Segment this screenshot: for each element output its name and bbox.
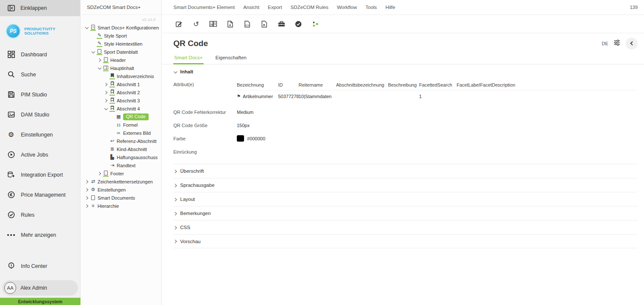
color-swatch[interactable] [237,135,244,142]
tree-item-smart-documents[interactable]: Smart Documents [80,194,161,202]
tree-item-zeichenkettenersetzungen[interactable]: ⇄Zeichenkettenersetzungen [80,177,161,186]
logo-ps-badge: PS [6,24,20,38]
menu-tools[interactable]: Tools [365,5,377,10]
collapse-detail-button[interactable] [626,38,638,49]
section-vorschau[interactable]: Vorschau [173,234,638,248]
tree-item-label: Hierarchie [98,203,119,209]
tree-item-sport-datenblatt[interactable]: Sport Datenblatt [80,48,161,56]
section-css[interactable]: CSS [173,220,638,234]
run-document-icon[interactable] [259,19,270,29]
sidebar-item-einstellungen[interactable]: ⚙ Einstellungen [0,125,80,145]
tree-item-hauptinhalt[interactable]: Hauptinhalt [80,64,161,72]
chevron-down-icon[interactable] [104,106,109,111]
environment-banner: Entwicklungssystem [0,298,80,305]
export-code-icon[interactable]: <> [242,19,253,29]
structure-icon[interactable] [310,19,321,29]
chevron-down-icon[interactable] [85,25,89,30]
refresh-icon[interactable]: ↺ [190,19,202,29]
tree-item-header[interactable]: ↑Header [80,56,161,64]
col-id: ID [278,82,299,87]
toolbox-icon[interactable] [276,19,287,29]
section-layout[interactable]: Layout [173,192,638,206]
chevron-right-icon[interactable] [98,171,102,176]
farbe-value: #000000 [247,136,265,141]
save-disk-icon [7,91,15,99]
validate-icon[interactable] [293,19,304,29]
section-bemerkungen[interactable]: Bemerkungen [173,206,638,220]
document-icon [90,195,96,200]
attribute-table-row[interactable]: ⚑Artikelnummer 50377278 10|Stammdaten 1 [237,90,637,102]
chevron-right-icon[interactable] [85,203,89,208]
gear-icon: ⚙ [90,187,96,192]
qr-fehlerkorrektur-value[interactable]: Medium [237,110,253,115]
chevron-right-icon[interactable] [85,187,89,192]
menu-ansicht[interactable]: Ansicht [243,5,259,10]
tree-item-abschnitt-2[interactable]: Abschnitt 2 [80,88,161,96]
chevron-right-icon[interactable] [85,195,89,200]
tree-item-label: Style Sport [104,33,127,38]
tree-item-referenz-abschnitt[interactable]: ↩Referenz-Abschnitt [80,137,161,145]
tree-item-smart-docs-konfigurationen[interactable]: ASmart Docs+ Konfigurationen [80,23,161,32]
sidebar-item-integration-export[interactable]: Integration Export [0,165,80,185]
disclaimer-icon: ▙ [109,154,115,160]
edit-icon[interactable] [173,19,185,29]
sidebar-item-dashboard[interactable]: Dashboard [0,44,80,64]
sidebar-item-rules[interactable]: Rules [0,205,80,225]
sidebar-item-suche[interactable]: Suche [0,64,80,84]
menu-export[interactable]: Export [268,5,282,10]
chevron-right-icon[interactable] [104,82,109,87]
notification-count: 139 [630,5,638,10]
tree-item-haftungsausschuss[interactable]: ▙Haftungsausschuss [80,153,161,161]
sidebar-item-mehr-anzeigen[interactable]: Mehr anzeigen [0,225,80,245]
user-menu[interactable]: AA Alex Admin [2,280,78,296]
tree-item-style-heimtextilien[interactable]: ✎Style Heimtextilien [80,40,161,48]
bookmark-outline-icon [109,81,115,87]
chevron-down-icon [173,70,178,74]
sidebar-item-price-management[interactable]: € Price Management [0,185,80,205]
tree-item-footer[interactable]: ↓Footer [80,169,161,177]
tree-item-formel[interactable]: {:}Formel [80,121,161,129]
tree-item-abschnitt-1[interactable]: Abschnitt 1 [80,80,161,88]
euro-circle-icon: € [7,191,15,199]
tree-item-randtext[interactable]: ⇥Randtext [80,161,161,169]
language-selector[interactable]: DE [602,41,608,46]
menu-workflow[interactable]: Workflow [337,5,357,10]
section-sprachausgabe[interactable]: Sprachausgabe [173,178,638,192]
tree-item-inhaltsverzeichnis[interactable]: Inhaltsverzeichnis [80,72,161,80]
chevron-right-icon[interactable] [98,58,102,62]
menu-smart-documents-element[interactable]: Smart Documents+ Element [173,5,235,10]
tree-item-style-sport[interactable]: ✎Style Sport [80,32,161,40]
chevron-right-icon[interactable] [104,90,109,95]
field-farbe: Farbe #000000 [173,132,638,145]
chevron-spacer [110,122,115,127]
export-pdf-icon[interactable]: A [224,19,236,29]
tree-item-hierarchie[interactable]: ≡Hierarchie [80,202,161,210]
sidebar-item-dam-studio[interactable]: DAM Studio [0,105,80,125]
tree-item-abschnitt-4[interactable]: Abschnitt 4 [80,105,161,113]
chevron-down-icon[interactable] [98,66,102,70]
section-ueberschrift[interactable]: Überschrift [173,164,638,178]
chevron-down-icon[interactable] [91,49,96,54]
tree-item-label: Abschnitt 2 [117,90,140,95]
tree-item-kind-abschnitt[interactable]: ≣Kind-Abschnitt [80,145,161,153]
menu-sdzecom-rules[interactable]: SDZeCOM Rules [290,5,328,10]
menu-hilfe[interactable]: Hilfe [385,5,395,10]
tab-smart-docs[interactable]: Smart Docs+ [173,53,204,64]
qr-groesse-value[interactable]: 150px [237,123,250,128]
display-options-icon[interactable] [613,39,621,48]
collapse-sidebar-button[interactable]: Einklappen [0,0,80,16]
chevron-right-icon[interactable] [104,98,109,103]
tab-eigenschaften[interactable]: Eigenschaften [215,53,247,64]
tree-item-einstellungen[interactable]: ⚙Einstellungen [80,186,161,194]
tree-item-externes-bild[interactable]: ∞Externes Bild [80,129,161,137]
col-abschnittsbezeichnung: Abschnittsbezeichnung [336,82,388,87]
tree-item-abschnitt-3[interactable]: Abschnitt 3 [80,96,161,105]
sidebar-item-active-jobs[interactable]: Active Jobs [0,145,80,165]
chevron-spacer [104,163,109,168]
chevron-right-icon[interactable] [85,179,89,184]
preview-book-icon[interactable] [207,19,219,29]
section-inhalt-header[interactable]: Inhalt [173,64,638,78]
sidebar-item-pim-studio[interactable]: PIM Studio [0,84,80,105]
sidebar-item-info-center[interactable]: Info Center [0,256,80,276]
tree-item-qr-code[interactable]: ▦QR Code [80,113,161,121]
